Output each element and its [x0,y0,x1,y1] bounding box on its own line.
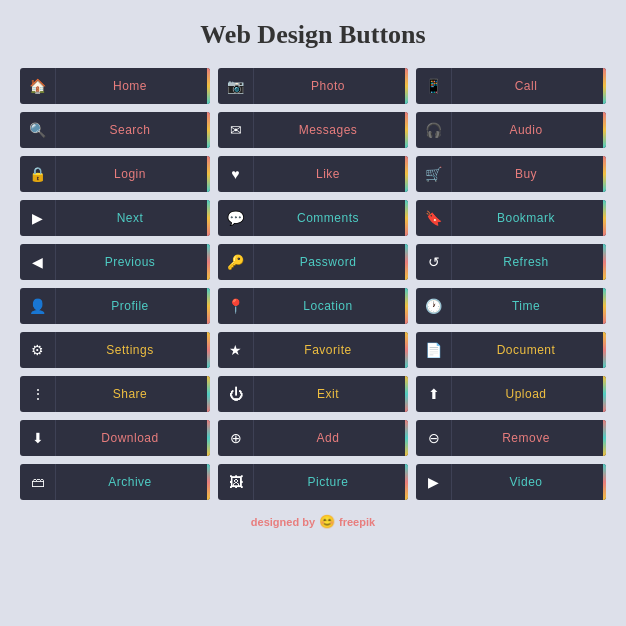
accent-bar [603,156,606,192]
button-icon-previous: ◀ [20,244,56,280]
buttons-grid: 🏠Home📷Photo📱Call🔍Search✉Messages🎧Audio🔒L… [20,68,606,500]
accent-bar [603,288,606,324]
button-audio[interactable]: 🎧Audio [416,112,606,148]
button-time[interactable]: 🕐Time [416,288,606,324]
button-next[interactable]: ▶Next [20,200,210,236]
button-icon-time: 🕐 [416,288,452,324]
button-label-search: Search [56,123,210,137]
button-label-share: Share [56,387,210,401]
button-comments[interactable]: 💬Comments [218,200,408,236]
accent-bar [603,332,606,368]
accent-bar [207,420,210,456]
button-icon-audio: 🎧 [416,112,452,148]
button-label-buy: Buy [452,167,606,181]
button-label-picture: Picture [254,475,408,489]
button-photo[interactable]: 📷Photo [218,68,408,104]
accent-bar [603,420,606,456]
accent-bar [603,244,606,280]
button-password[interactable]: 🔑Password [218,244,408,280]
brand-name: freepik [339,516,375,528]
accent-bar [207,244,210,280]
button-label-password: Password [254,255,408,269]
button-login[interactable]: 🔒Login [20,156,210,192]
button-label-next: Next [56,211,210,225]
button-remove[interactable]: ⊖Remove [416,420,606,456]
accent-bar [405,332,408,368]
button-label-refresh: Refresh [452,255,606,269]
button-picture[interactable]: 🖼Picture [218,464,408,500]
button-icon-document: 📄 [416,332,452,368]
button-location[interactable]: 📍Location [218,288,408,324]
button-icon-picture: 🖼 [218,464,254,500]
button-label-previous: Previous [56,255,210,269]
button-archive[interactable]: 🗃Archive [20,464,210,500]
button-settings[interactable]: ⚙Settings [20,332,210,368]
button-label-photo: Photo [254,79,408,93]
accent-bar [207,464,210,500]
accent-bar [603,376,606,412]
button-label-video: Video [452,475,606,489]
freepik-icon: 😊 [319,514,335,529]
button-favorite[interactable]: ★Favorite [218,332,408,368]
button-label-call: Call [452,79,606,93]
button-icon-add: ⊕ [218,420,254,456]
accent-bar [603,200,606,236]
button-icon-download: ⬇ [20,420,56,456]
button-icon-photo: 📷 [218,68,254,104]
accent-bar [405,112,408,148]
button-refresh[interactable]: ↺Refresh [416,244,606,280]
button-label-upload: Upload [452,387,606,401]
button-like[interactable]: ♥Like [218,156,408,192]
accent-bar [207,288,210,324]
accent-bar [207,68,210,104]
button-label-remove: Remove [452,431,606,445]
footer: designed by 😊 freepik [251,514,375,529]
button-profile[interactable]: 👤Profile [20,288,210,324]
button-icon-comments: 💬 [218,200,254,236]
button-label-messages: Messages [254,123,408,137]
button-icon-upload: ⬆ [416,376,452,412]
button-previous[interactable]: ◀Previous [20,244,210,280]
accent-bar [603,112,606,148]
button-icon-archive: 🗃 [20,464,56,500]
footer-text: designed by [251,516,315,528]
button-label-bookmark: Bookmark [452,211,606,225]
button-label-time: Time [452,299,606,313]
button-share[interactable]: ⋮Share [20,376,210,412]
button-messages[interactable]: ✉Messages [218,112,408,148]
button-buy[interactable]: 🛒Buy [416,156,606,192]
button-label-login: Login [56,167,210,181]
accent-bar [207,200,210,236]
button-video[interactable]: ▶Video [416,464,606,500]
accent-bar [405,156,408,192]
button-icon-settings: ⚙ [20,332,56,368]
button-call[interactable]: 📱Call [416,68,606,104]
button-icon-remove: ⊖ [416,420,452,456]
button-label-like: Like [254,167,408,181]
button-label-add: Add [254,431,408,445]
button-label-archive: Archive [56,475,210,489]
accent-bar [405,464,408,500]
button-bookmark[interactable]: 🔖Bookmark [416,200,606,236]
button-label-download: Download [56,431,210,445]
button-download[interactable]: ⬇Download [20,420,210,456]
accent-bar [405,288,408,324]
accent-bar [405,420,408,456]
accent-bar [405,376,408,412]
button-label-document: Document [452,343,606,357]
button-label-home: Home [56,79,210,93]
button-icon-home: 🏠 [20,68,56,104]
button-home[interactable]: 🏠Home [20,68,210,104]
button-icon-video: ▶ [416,464,452,500]
accent-bar [405,200,408,236]
button-icon-next: ▶ [20,200,56,236]
button-icon-profile: 👤 [20,288,56,324]
button-label-exit: Exit [254,387,408,401]
button-add[interactable]: ⊕Add [218,420,408,456]
accent-bar [207,112,210,148]
button-upload[interactable]: ⬆Upload [416,376,606,412]
button-document[interactable]: 📄Document [416,332,606,368]
button-icon-search: 🔍 [20,112,56,148]
button-exit[interactable]: ⏻Exit [218,376,408,412]
button-search[interactable]: 🔍Search [20,112,210,148]
